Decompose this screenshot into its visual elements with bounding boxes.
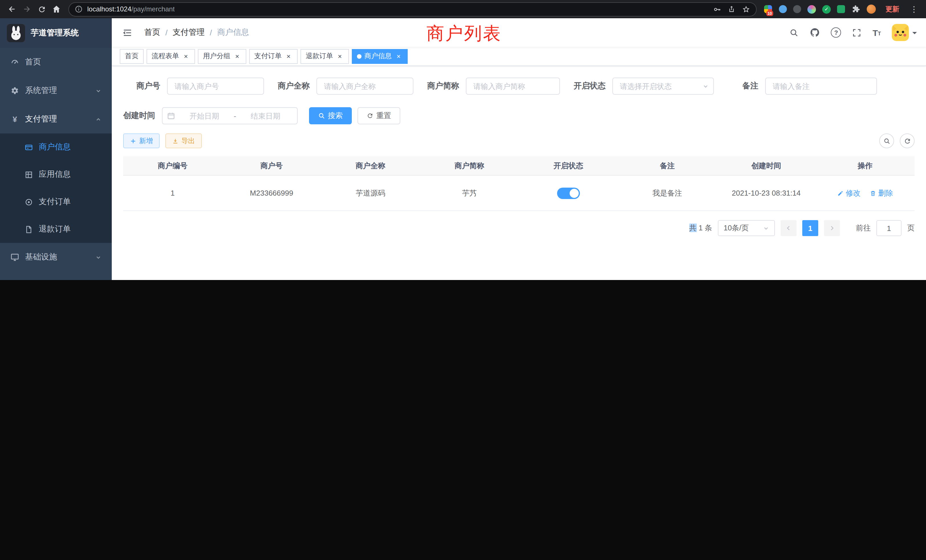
reset-button[interactable]: 重置	[357, 107, 400, 124]
tab-refund-order[interactable]: 退款订单 ×	[301, 49, 349, 64]
card-icon	[24, 143, 33, 151]
toggle-search-button[interactable]	[879, 133, 894, 148]
header-search-icon[interactable]	[790, 28, 799, 37]
sidebar-item-label: 首页	[25, 57, 41, 67]
extension-icon-multicolor[interactable]	[807, 5, 816, 14]
browser-forward-button[interactable]	[20, 2, 34, 17]
tab-close-icon[interactable]: ×	[395, 52, 402, 60]
tab-close-icon[interactable]: ×	[233, 52, 241, 60]
monitor-icon	[10, 253, 20, 262]
calendar-icon	[167, 112, 175, 120]
refresh-button[interactable]	[900, 133, 915, 148]
github-icon[interactable]	[810, 27, 820, 38]
add-button[interactable]: 新增	[123, 133, 160, 148]
browser-back-button[interactable]	[5, 2, 20, 17]
sidebar-item-refund-order[interactable]: 退款订单	[0, 216, 112, 243]
create-time-range[interactable]: -	[162, 107, 298, 124]
sidebar-item-payment[interactable]: ¥ 支付管理	[0, 105, 112, 133]
font-size-icon[interactable]: TT	[873, 28, 881, 37]
sidebar-item-dev-tools[interactable]: 研发工具	[0, 271, 112, 280]
sidebar-item-pay-order[interactable]: 支付订单	[0, 188, 112, 216]
page-size-select[interactable]: 10条/页	[718, 220, 775, 236]
breadcrumb-separator: /	[165, 28, 168, 37]
status-label: 开启状态	[573, 81, 613, 91]
tab-pay-order[interactable]: 支付订单 ×	[249, 49, 298, 64]
full-name-input[interactable]	[316, 77, 413, 95]
merchant-no-input[interactable]	[167, 77, 264, 95]
tab-user-group[interactable]: 用户分组 ×	[198, 49, 246, 64]
tab-process-form[interactable]: 流程表单 ×	[147, 49, 195, 64]
breadcrumb-current: 商户信息	[217, 27, 249, 38]
tab-close-icon[interactable]: ×	[336, 52, 344, 60]
breadcrumb-home[interactable]: 首页	[144, 27, 160, 38]
status-toggle[interactable]	[557, 187, 580, 199]
extension-icon-dark[interactable]	[793, 5, 801, 13]
payment-submenu: 商户信息 应用信息 支付订单	[0, 133, 112, 243]
date-range-separator: -	[234, 112, 236, 120]
password-key-icon[interactable]	[713, 5, 721, 14]
sidebar-item-home[interactable]: 首页	[0, 48, 112, 76]
sidebar-item-system[interactable]: 系统管理	[0, 76, 112, 105]
help-question-icon[interactable]: ?	[831, 27, 841, 38]
app-logo[interactable]: 芋道管理系统	[0, 18, 112, 48]
short-name-input[interactable]	[466, 77, 560, 95]
gear-icon	[10, 86, 20, 95]
sidebar-item-merchant-info[interactable]: 商户信息	[0, 133, 112, 161]
browser-profile-avatar[interactable]	[867, 5, 876, 14]
target-icon	[24, 198, 33, 206]
question-glyph: ?	[834, 29, 838, 36]
browser-home-button[interactable]	[49, 2, 64, 17]
extension-icon-blue[interactable]	[779, 5, 787, 13]
col-actions: 操作	[816, 160, 915, 171]
tags-view-bar: 首页 流程表单 × 用户分组 × 支付订单 × 退款订单 ×	[112, 47, 926, 66]
sidebar-item-app-info[interactable]: 应用信息	[0, 161, 112, 188]
reset-button-label: 重置	[376, 110, 391, 121]
sidebar-toggle-icon[interactable]	[121, 26, 134, 39]
extension-icon-green-square[interactable]	[837, 5, 845, 13]
edit-link[interactable]: 修改	[837, 188, 861, 198]
breadcrumb-payment[interactable]: 支付管理	[173, 27, 205, 38]
tab-merchant-info[interactable]: 商户信息 ×	[352, 49, 408, 64]
merchant-table: 商户编号 商户号 商户全称 商户简称 开启状态 备注 创建时间 操作 1 M23…	[123, 156, 915, 211]
col-full-name: 商户全称	[321, 160, 420, 171]
extension-icon-colorful[interactable]: 10	[764, 5, 773, 14]
extension-icon-green-check[interactable]: ✓	[822, 5, 831, 14]
browser-menu-icon[interactable]: ⋮	[909, 5, 919, 14]
site-info-icon[interactable]	[75, 5, 83, 13]
fullscreen-icon[interactable]	[852, 28, 862, 37]
extension-badge: 10	[766, 11, 773, 16]
start-date-input[interactable]	[177, 112, 232, 120]
delete-link[interactable]: 删除	[870, 188, 893, 198]
next-page-button[interactable]	[824, 220, 840, 236]
total-count: 共 1 条	[689, 223, 712, 233]
browser-extensions-area: 10 ✓ 更新 ⋮	[761, 3, 921, 15]
tab-home[interactable]: 首页	[120, 49, 144, 64]
grid-icon	[24, 170, 33, 179]
cell-remark: 我是备注	[618, 188, 717, 198]
browser-reload-button[interactable]	[34, 2, 49, 17]
bookmark-star-icon[interactable]	[742, 5, 750, 14]
browser-update-button[interactable]: 更新	[882, 3, 903, 15]
annotation-merchant-list: 商户列表	[427, 22, 502, 45]
goto-page-input[interactable]	[876, 220, 902, 236]
share-icon[interactable]	[728, 5, 735, 13]
end-date-input[interactable]	[238, 112, 292, 120]
sidebar-item-infrastructure[interactable]: 基础设施	[0, 243, 112, 271]
tab-close-icon[interactable]: ×	[182, 52, 190, 60]
search-button[interactable]: 搜索	[309, 107, 352, 124]
sidebar-item-label: 支付订单	[39, 197, 71, 207]
extensions-puzzle-icon[interactable]	[851, 5, 861, 14]
address-bar[interactable]: localhost:1024/pay/merchant	[68, 2, 757, 16]
prev-page-button[interactable]	[781, 220, 797, 236]
status-select[interactable]	[613, 77, 714, 95]
sidebar-item-label: 应用信息	[39, 170, 71, 180]
tab-close-icon[interactable]: ×	[284, 52, 292, 60]
page-1-button[interactable]: 1	[802, 220, 818, 236]
breadcrumb: 首页 / 支付管理 / 商户信息	[144, 27, 249, 38]
col-merchant-no: 商户号	[222, 160, 321, 171]
export-button[interactable]: 导出	[165, 133, 202, 148]
yen-icon: ¥	[10, 115, 20, 124]
page-content: 商户号 商户全称 商户简称 开启状态	[112, 66, 926, 280]
remark-input[interactable]	[765, 77, 877, 95]
user-avatar-menu[interactable]	[892, 24, 917, 41]
